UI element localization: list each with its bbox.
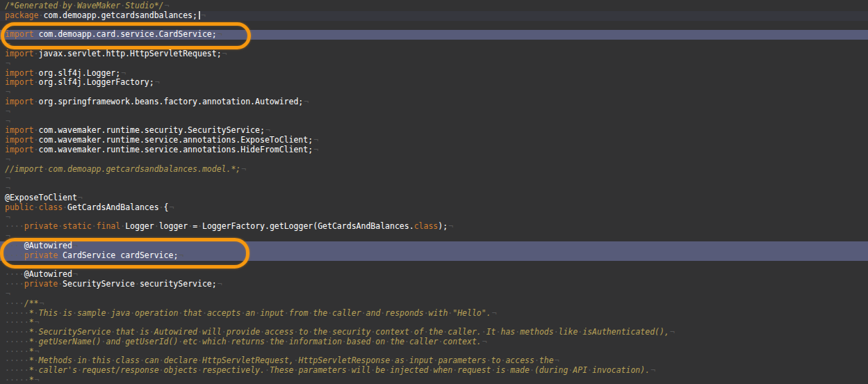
code-line[interactable]: ¬	[0, 184, 868, 193]
code-line[interactable]: public·class·GetCardsAndBalances·{¬	[0, 203, 868, 213]
code-line[interactable]: ¬	[0, 261, 868, 271]
code-line[interactable]: //import·com.demoapp.getcardsandbalances…	[0, 165, 868, 175]
code-comment: the	[313, 327, 327, 337]
code-line[interactable]: import·org.slf4j.LoggerFactory;¬	[0, 78, 868, 88]
code-comment: isAuthenticated(),	[582, 327, 669, 337]
code-text: @Autowired	[24, 269, 72, 279]
code-line[interactable]: ·····*·Methods·in·this·class·can·declare…	[0, 356, 868, 366]
whitespace-dots: ····	[5, 279, 24, 289]
code-line[interactable]: ¬	[0, 155, 868, 165]
code-text: Logger	[125, 221, 154, 231]
code-line[interactable]: ¬	[0, 88, 868, 97]
eol-mark: ¬	[5, 212, 10, 222]
code-text: org.springframework.beans.factory.annota…	[38, 97, 303, 106]
code-comment: when	[433, 365, 452, 375]
code-line[interactable]: ¬	[0, 289, 868, 299]
code-keyword: import	[5, 77, 34, 87]
code-line[interactable]: /*Generated·by·WaveMaker·Studio*/¬	[0, 1, 868, 11]
code-comment: in	[77, 355, 87, 365]
code-line[interactable]: ¬	[0, 21, 868, 31]
whitespace-dots: ·	[342, 337, 347, 346]
code-comment: class	[115, 355, 140, 365]
eol-mark: ¬	[5, 289, 10, 298]
code-line[interactable]: import·javax.servlet.http.HttpServletReq…	[0, 49, 868, 59]
code-line[interactable]: import·org.springframework.beans.factory…	[0, 97, 868, 107]
code-comment: input	[409, 355, 434, 365]
code-line[interactable]: ·····*·getUserName()·and·getUserId()·etc…	[0, 337, 868, 347]
eol-mark: ¬	[5, 183, 10, 193]
code-editor[interactable]: /*Generated·by·WaveMaker·Studio*/¬packag…	[0, 0, 868, 384]
code-line[interactable]: import·com.wavemaker.runtime.service.ann…	[0, 136, 868, 145]
whitespace-dots: ·····	[5, 317, 29, 327]
code-comment: the	[539, 355, 554, 365]
code-line[interactable]: package·com.demoapp.getcardsandbalances;…	[0, 11, 868, 21]
eol-mark: ¬	[178, 250, 183, 260]
code-line[interactable]: ·····*¬	[0, 376, 868, 384]
code-line[interactable]: ¬	[0, 40, 868, 49]
eol-mark: ¬	[72, 241, 78, 250]
whitespace-dots: ·	[34, 365, 39, 375]
code-line[interactable]: ¬	[0, 59, 868, 69]
code-comment: and	[366, 308, 381, 318]
code-comment: on	[375, 337, 385, 346]
code-line[interactable]: ¬	[0, 107, 868, 117]
code-line[interactable]: import·com.wavemaker.runtime.security.Se…	[0, 126, 868, 136]
code-comment: returns	[231, 337, 265, 346]
code-text: com.wavemaker.runtime.security.SecurityS…	[38, 125, 264, 135]
whitespace-dots: ·····	[5, 375, 29, 384]
code-line[interactable]: import·org.slf4j.Logger;¬	[0, 69, 868, 79]
code-text: SecurityService	[63, 279, 135, 289]
code-comment: operation	[135, 308, 178, 318]
code-line[interactable]: ¬	[0, 232, 868, 241]
code-line[interactable]: ····@Autowired¬	[0, 270, 868, 280]
code-comment: injected	[390, 365, 428, 375]
code-line[interactable]: ····private·static·final·Logger·logger·=…	[0, 222, 868, 232]
code-comment: HttpServletResponse	[299, 355, 391, 365]
code-line-selected[interactable]: ····@Autowired¬	[0, 241, 868, 251]
eol-mark: ¬	[669, 327, 675, 337]
whitespace-dots: ·	[265, 365, 270, 375]
code-line[interactable]: ¬	[0, 117, 868, 127]
code-comment: caller	[409, 337, 439, 346]
code-line-selected[interactable]: import·com.demoapp.card.service.CardServ…	[0, 30, 868, 40]
code-comment: (during	[534, 365, 568, 375]
code-line[interactable]: ····private·SecurityService·securityServ…	[0, 280, 868, 289]
whitespace-dots: ·	[554, 327, 559, 337]
code-line[interactable]: import·com.wavemaker.runtime.service.ann…	[0, 145, 868, 155]
whitespace-dots: ·	[530, 365, 534, 375]
code-comment: this	[92, 355, 111, 365]
code-comment: the	[390, 337, 404, 346]
code-text: securityService;	[140, 279, 217, 289]
whitespace-dots: ·	[140, 355, 145, 365]
code-line[interactable]: ¬	[0, 174, 868, 184]
eol-mark: ¬	[168, 202, 174, 212]
code-line[interactable]: ····/**¬	[0, 299, 868, 309]
code-comment: respectively.	[202, 365, 265, 375]
eol-mark: ¬	[154, 77, 160, 87]
whitespace-dots: ·····	[5, 308, 29, 318]
eol-mark: ¬	[34, 375, 40, 384]
code-comment: *	[29, 317, 34, 327]
code-line[interactable]: ·····*¬	[0, 347, 868, 357]
whitespace-dots: ·	[197, 365, 202, 375]
code-line-selected[interactable]: ····private·CardService·cardService;¬	[0, 251, 868, 261]
whitespace-dots: ·	[72, 355, 77, 365]
code-comment: access	[265, 327, 294, 337]
code-comment: java	[110, 308, 130, 318]
eol-mark: ¬	[34, 346, 40, 356]
code-line[interactable]: ·····*·This·is·sample·java·operation·tha…	[0, 309, 868, 319]
whitespace-dots: ·	[534, 355, 539, 365]
whitespace-dots: ·	[72, 308, 77, 318]
code-comment: which	[202, 337, 227, 346]
whitespace-dots: ····	[5, 269, 24, 279]
code-line[interactable]: ·····*¬	[0, 318, 868, 328]
code-line[interactable]: ·····*·SecurityService·that·is·Autowired…	[0, 328, 868, 337]
code-text: org.slf4j.Logger;	[38, 68, 120, 78]
code-line[interactable]: ·····*·caller's·request/response·objects…	[0, 366, 868, 376]
code-comment: to	[299, 327, 309, 337]
eol-mark: ¬	[303, 97, 309, 106]
code-line[interactable]: @ExposeToClient¬	[0, 193, 868, 203]
whitespace-dots: ·	[63, 202, 67, 212]
code-line[interactable]: ¬	[0, 213, 868, 223]
code-comment: is	[140, 327, 149, 337]
